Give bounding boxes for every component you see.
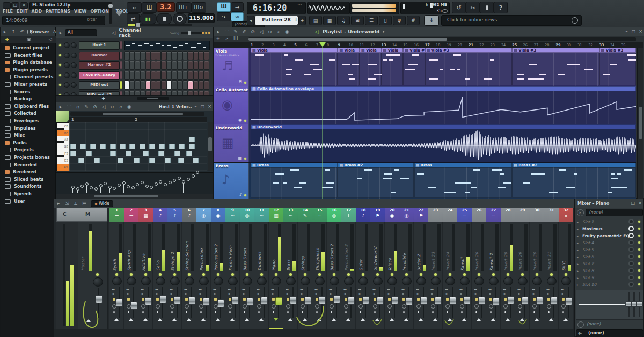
pr-draw-icon[interactable]: ✎ — [83, 104, 90, 110]
strip-route-icon[interactable] — [433, 318, 437, 321]
strip-arm-icon[interactable] — [330, 304, 334, 309]
pattern-selector[interactable]: Pattern 28 ⁞ — [254, 16, 298, 25]
step-cell[interactable] — [182, 61, 188, 70]
strip-main-knob[interactable] — [402, 277, 412, 285]
strip-arm-icon[interactable] — [185, 304, 189, 309]
piano-key-c6[interactable]: C6 — [57, 123, 69, 130]
fx-slot-led[interactable] — [638, 276, 640, 279]
strip-led[interactable] — [565, 273, 567, 276]
step-cell[interactable] — [172, 91, 177, 95]
fx-slot-led[interactable] — [638, 235, 640, 237]
fx-slot-knob[interactable] — [628, 261, 634, 266]
strip-fader-handle[interactable] — [232, 296, 239, 304]
step-cell[interactable] — [140, 80, 145, 90]
pl-menu-icon[interactable]: ▸ — [215, 28, 222, 35]
velocity-head[interactable] — [122, 181, 126, 185]
pr-glue-icon[interactable]: ∩ — [74, 104, 82, 110]
strip-led[interactable] — [463, 273, 466, 276]
mixer-strip-thinginess[interactable]: 15◦Thinginess◂▸◂▸ — [312, 208, 327, 329]
strip-arm-icon[interactable] — [561, 304, 566, 309]
browser-item-collected[interactable]: Collected — [1, 110, 56, 117]
strip-arm-icon[interactable] — [489, 304, 493, 309]
strip-led[interactable] — [362, 273, 364, 276]
strip-fader-handle[interactable] — [246, 298, 253, 306]
strip-header[interactable]: 19⚑ — [370, 208, 385, 222]
clip-brass-2[interactable]: ▤ Brass #2 — [338, 163, 414, 198]
step-cell[interactable] — [151, 51, 156, 60]
velocity-head[interactable] — [159, 180, 162, 184]
mixer-strip-percussion-2[interactable]: 8◉Percussion 2◂▸◂▸ — [211, 208, 225, 329]
fx-output-row[interactable]: ◖▸ (none) — [576, 329, 643, 337]
toolbar-stepseq-icon[interactable]: ▦ — [323, 16, 336, 25]
mixer-menu-icon[interactable]: ▸ — [55, 200, 62, 207]
strip-main-knob[interactable] — [489, 277, 499, 285]
strip-header[interactable]: 2☰ — [124, 208, 138, 222]
countdown-button[interactable]: Ш+ — [176, 2, 191, 13]
step-cell[interactable] — [161, 71, 166, 80]
step-cell[interactable] — [193, 61, 199, 70]
toolbar-browser-icon[interactable]: ⊞ — [351, 16, 364, 25]
velocity-head[interactable] — [80, 185, 84, 188]
record-button[interactable] — [173, 13, 187, 24]
browser-item-current-project[interactable]: Current project — [1, 45, 56, 52]
track-lane-brass[interactable]: ▤ Brass▤ Brass #2▤ Brass▤ Brass #2 — [248, 163, 636, 199]
channel-volume-knob[interactable] — [71, 82, 77, 88]
midi-note[interactable] — [134, 158, 140, 163]
strip-led[interactable] — [275, 273, 277, 276]
strip-route-icon[interactable] — [477, 318, 481, 321]
link-button[interactable]: ∞ — [231, 12, 244, 21]
strip-route-icon[interactable] — [506, 318, 510, 321]
strip-led[interactable] — [391, 273, 393, 276]
step-cell[interactable] — [145, 91, 151, 95]
fx-slot-knob[interactable] — [628, 226, 634, 231]
strip-led[interactable] — [420, 273, 422, 276]
strip-led[interactable] — [188, 273, 191, 276]
rack-menu-icon[interactable]: ▸ — [57, 30, 64, 36]
step-cell[interactable] — [124, 80, 129, 90]
channel-led[interactable] — [59, 84, 61, 86]
fx-slot-led[interactable] — [638, 248, 640, 251]
strip-fader-handle[interactable] — [362, 296, 369, 304]
strip-main-knob[interactable] — [445, 277, 455, 285]
clip-header[interactable] — [251, 124, 636, 129]
midi-note[interactable] — [189, 144, 195, 149]
strip-fader-handle[interactable] — [348, 297, 355, 305]
fx-slot-knob[interactable] — [628, 254, 634, 259]
track-header-brass[interactable]: Brass♪♪ — [214, 163, 248, 199]
strip-fader-handle[interactable] — [333, 295, 340, 303]
strip-plug-icon[interactable] — [388, 298, 391, 301]
mixer-strip-piano[interactable]: 12▥Piano◂▸◂▸ — [269, 208, 283, 329]
browser-item-user[interactable]: User — [1, 198, 56, 205]
step-cell[interactable] — [129, 80, 135, 90]
channel-target-slider[interactable] — [120, 41, 122, 49]
browser-undo-icon[interactable]: ↶ — [18, 28, 26, 35]
midi-note[interactable] — [94, 158, 100, 163]
strip-header[interactable]: 23 — [428, 208, 443, 222]
strip-plug-icon[interactable] — [518, 298, 521, 301]
velocity-head[interactable] — [113, 187, 116, 190]
strip-plug-icon[interactable] — [156, 298, 159, 301]
channel-target-slider[interactable] — [120, 71, 122, 79]
strip-led[interactable] — [217, 273, 219, 276]
midi-note[interactable] — [118, 158, 123, 163]
track-mute-led[interactable] — [244, 120, 246, 122]
strip-plug-icon[interactable] — [475, 298, 478, 301]
step-cell[interactable] — [145, 80, 151, 90]
midi-note[interactable] — [100, 144, 106, 149]
step-cell[interactable] — [145, 51, 151, 60]
midi-note[interactable] — [70, 151, 76, 156]
strip-arm-icon[interactable] — [460, 304, 464, 309]
midi-note[interactable] — [149, 158, 155, 163]
strip-fader-handle[interactable] — [304, 297, 311, 305]
fx-slot-arrow-icon[interactable]: ▸ — [577, 227, 579, 231]
strip-header[interactable]: 17T — [341, 208, 356, 222]
step-cell[interactable] — [182, 71, 188, 80]
strip-main-knob[interactable] — [532, 277, 542, 285]
strip-arm-icon[interactable] — [301, 304, 305, 309]
strip-main-knob[interactable] — [416, 277, 426, 285]
strip-led[interactable] — [507, 273, 509, 276]
strip-main-knob[interactable] — [330, 277, 339, 285]
browser-item-projects[interactable]: Projects — [1, 146, 56, 153]
piano-key-e5[interactable]: E5 — [57, 157, 69, 165]
strip-main-knob[interactable] — [243, 277, 252, 285]
